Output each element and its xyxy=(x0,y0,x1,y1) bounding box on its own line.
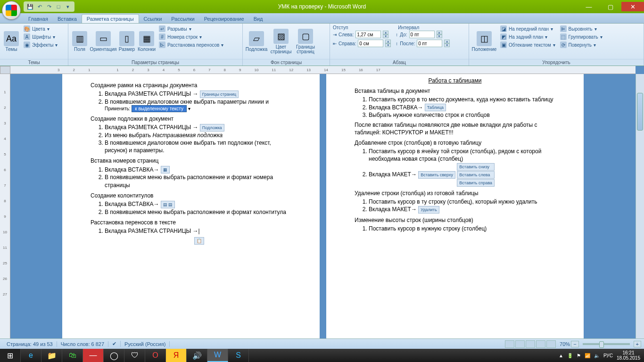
line-numbers-button[interactable]: #Номера строк ▾ xyxy=(157,33,225,41)
watermark-button[interactable]: ▱Подложка xyxy=(245,25,268,58)
tab-page-layout[interactable]: Разметка страницы xyxy=(82,14,139,23)
horizontal-ruler[interactable]: 3211234567891011121314151617 xyxy=(10,66,636,74)
group-page-background-label: Фон страницы xyxy=(243,59,330,66)
page-stub[interactable] xyxy=(326,305,584,338)
apply-dropdown: к выделенному тексту xyxy=(132,105,187,112)
indent-left-input[interactable] xyxy=(355,31,381,38)
breaks-button[interactable]: ↵Разрывы ▾ xyxy=(157,25,225,33)
view-web-layout[interactable] xyxy=(526,340,535,348)
tray-clock[interactable]: 16:21 18.05.2015 xyxy=(617,350,640,361)
colors-button[interactable]: 🎨Цвета ▾ xyxy=(22,25,59,33)
size-button[interactable]: ▯Размер xyxy=(117,25,136,58)
spin-up[interactable]: ▲ xyxy=(437,31,442,34)
tab-references[interactable]: Ссылки xyxy=(139,15,167,23)
status-proofing[interactable]: ✔ xyxy=(108,341,121,347)
doc-heading: Удаление строки (столбца) из готовой таб… xyxy=(355,189,555,197)
doc-paragraph: После вставки таблицы появляются две нов… xyxy=(355,121,555,136)
undo-icon[interactable]: ↶ xyxy=(36,3,43,10)
tray-volume-icon[interactable]: 🔈 xyxy=(594,353,600,358)
taskbar-ie[interactable]: e xyxy=(21,349,41,362)
minimize-button[interactable]: — xyxy=(578,2,600,11)
fonts-button[interactable]: AШрифты ▾ xyxy=(22,33,59,41)
hyphenation-button[interactable]: b-Расстановка переносов ▾ xyxy=(157,41,225,49)
scroll-thumb[interactable] xyxy=(637,93,643,131)
margins-button[interactable]: ▥Поля xyxy=(70,25,89,58)
status-words[interactable]: Число слов: 6 827 xyxy=(57,341,108,347)
new-icon[interactable]: □ xyxy=(55,3,62,10)
vertical-scrollbar[interactable] xyxy=(636,74,644,338)
tray-battery-icon[interactable]: 🔋 xyxy=(567,353,573,358)
position-button[interactable]: ◫Положение xyxy=(471,25,497,58)
doc-title: Работа с таблицами xyxy=(355,77,555,84)
page-color-button[interactable]: ▨Цвет страницы xyxy=(269,25,293,58)
save-icon[interactable]: 💾 xyxy=(26,3,34,10)
themes-button[interactable]: Aa Темы xyxy=(2,25,21,58)
taskbar-store[interactable]: 🛍 xyxy=(62,349,83,362)
taskbar-yandex[interactable]: Я xyxy=(166,349,187,362)
vertical-ruler[interactable]: 1234567891011252627 xyxy=(0,74,10,338)
taskbar-opera[interactable]: O xyxy=(145,349,166,362)
view-full-screen[interactable] xyxy=(515,340,525,348)
send-back-button[interactable]: ◩На задний план ▾ xyxy=(498,33,557,41)
zoom-level[interactable]: 70% xyxy=(560,341,570,347)
tab-mailings[interactable]: Рассылки xyxy=(166,15,199,23)
redo-icon[interactable]: ↷ xyxy=(45,3,53,10)
tab-insert[interactable]: Вставка xyxy=(53,15,82,23)
system-tray: ▲ 🔋 ⚑ 📶 🔈 РУС 16:21 18.05.2015 xyxy=(559,350,644,361)
list-item: Вкладка РАЗМЕТКА СТРАНИЦЫ →| xyxy=(105,227,291,235)
taskbar-word[interactable]: W xyxy=(207,349,228,362)
align-button[interactable]: ⊫Выровнять ▾ xyxy=(558,25,604,33)
spin-up[interactable]: ▲ xyxy=(383,31,388,34)
tab-view[interactable]: Вид xyxy=(249,15,268,23)
status-language[interactable]: Русский (Россия) xyxy=(121,341,170,347)
taskbar-app2[interactable]: ◯ xyxy=(104,349,124,362)
page-left[interactable]: Создание рамки на страницы документа Вкл… xyxy=(62,74,320,338)
spin-down[interactable]: ▼ xyxy=(437,34,442,38)
taskbar-shield[interactable]: 🛡 xyxy=(124,349,145,362)
start-button[interactable]: ⊞ xyxy=(0,349,21,362)
columns-button[interactable]: ▦Колонки xyxy=(137,25,156,58)
breaks-icon: ↵ xyxy=(159,25,165,32)
orientation-button[interactable]: ▭Ориентация xyxy=(90,25,116,58)
spin-down[interactable]: ▼ xyxy=(444,43,450,47)
group-button[interactable]: ⬚Группировать ▾ xyxy=(558,33,604,41)
tab-review[interactable]: Рецензирование xyxy=(199,15,249,23)
taskbar-explorer[interactable]: 📁 xyxy=(41,349,62,362)
effects-button[interactable]: ◉Эффекты ▾ xyxy=(22,41,59,49)
doc-heading: Создание подложки в документ xyxy=(91,115,291,123)
spin-down[interactable]: ▼ xyxy=(383,34,388,38)
text-wrap-button[interactable]: ▣Обтекание текстом ▾ xyxy=(498,41,557,49)
qat-dropdown-icon[interactable]: ▾ xyxy=(64,3,72,10)
page-borders-button[interactable]: ▢Границы страниц xyxy=(294,25,317,58)
view-print-layout[interactable] xyxy=(505,340,514,348)
tray-language[interactable]: РУС xyxy=(603,353,613,358)
spin-down[interactable]: ▼ xyxy=(385,43,391,47)
page-stub[interactable] xyxy=(62,305,320,338)
ruler-corner[interactable] xyxy=(0,66,10,74)
close-button[interactable]: ✕ xyxy=(621,2,644,11)
tray-network-icon[interactable]: 📶 xyxy=(585,353,590,358)
spin-up[interactable]: ▲ xyxy=(444,40,450,43)
view-outline[interactable] xyxy=(536,340,545,348)
zoom-out-button[interactable]: − xyxy=(571,341,578,347)
status-page[interactable]: Страница: 49 из 53 xyxy=(3,341,57,347)
office-button[interactable] xyxy=(2,1,21,20)
zoom-slider[interactable] xyxy=(583,343,630,345)
rotate-button[interactable]: ⟳Повернуть ▾ xyxy=(558,41,604,49)
view-draft[interactable] xyxy=(546,340,556,348)
spacing-before-input[interactable] xyxy=(409,31,435,38)
taskbar-sound[interactable]: 🔊 xyxy=(187,349,207,362)
spin-up[interactable]: ▲ xyxy=(385,40,391,43)
spacing-after-input[interactable] xyxy=(417,40,442,47)
pagenum-chip: ▦ xyxy=(161,166,170,173)
indent-right-input[interactable] xyxy=(358,40,383,47)
tray-flag-icon[interactable]: ⚑ xyxy=(577,353,581,358)
page-right[interactable]: Работа с таблицами Вставка таблицы в док… xyxy=(326,74,584,338)
taskbar-skype[interactable]: S xyxy=(228,349,249,362)
taskbar-app1[interactable]: — xyxy=(83,349,104,362)
maximize-button[interactable]: ▢ xyxy=(600,2,621,11)
bring-front-button[interactable]: ◪На передний план ▾ xyxy=(498,25,557,33)
zoom-in-button[interactable]: + xyxy=(634,341,641,347)
tray-up-icon[interactable]: ▲ xyxy=(559,353,563,358)
tab-home[interactable]: Главная xyxy=(24,15,53,23)
